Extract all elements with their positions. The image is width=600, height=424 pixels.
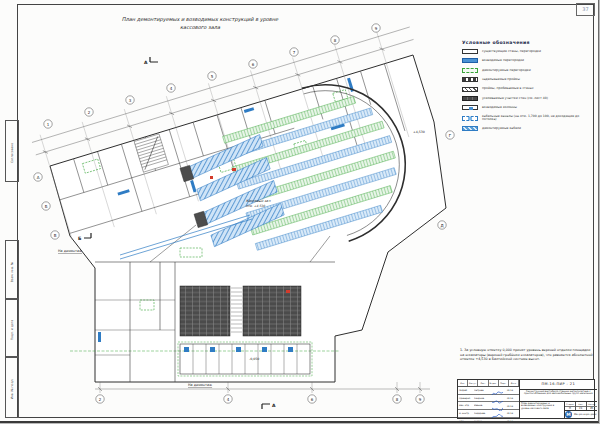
legend: Условные обозначения существующие стены,… [462,40,594,136]
signature-row: ГИП Козлов 05.16 [458,418,519,423]
title-block-main: ПМ-16-ПИР - 21 Реконструкция вестибюля с… [520,380,597,418]
legend-swatch-existing-walls [462,49,478,54]
signature-row: Разраб. Петрова 05.16 [458,387,519,395]
legend-swatch-infilled-openings [462,77,478,82]
page-number: 37 [582,6,588,12]
legend-swatch-demolished-partitions [462,68,478,73]
margin-box-inv: Инв. № подл. [5,356,19,418]
company-logo-icon: М [565,411,572,418]
legend-swatch-demolished-cables [462,126,478,131]
legend-swatch-punched-openings [462,87,478,92]
title-block: Изм. Кол.уч. Лист № док. Подп. Дата Разр… [457,379,595,419]
legend-item: заделываемые проёмы [462,77,594,82]
legend-item: кабельные каналы (на отм. 1,700 до 100, … [462,115,594,122]
margin-box-agreed: Согласовано [5,120,19,182]
drawing-title-line1: План демонтируемых и возводимых конструк… [70,16,330,24]
legend-item: существующие стены, перегородки [462,49,594,54]
drawing-title-line2: кассового зала [70,24,330,32]
title-block-header-row: Изм. Кол.уч. Лист № док. Подп. Дата [458,380,519,387]
page-number-box: 37 [576,3,595,16]
signature-row: Нач. отд. Иванов 05.16 [458,402,519,410]
stage-sheet-table: Стадия П Лист 21 Листов 45 [565,402,597,412]
sheet-title: План демонтируемых и возводимых конструк… [520,402,565,419]
title-block-signatures: Изм. Кол.уч. Лист № док. Подп. Дата Разр… [458,380,520,418]
legend-swatch-cable-channels [462,116,478,121]
signature-row: Н. контр. Сидорова 05.16 [458,410,519,418]
legend-item: усиливаемые участки стен (см. лист 40) [462,96,594,101]
drawing-sheet: 1 2 3 4 5 6 7 8 9 А Б В Г Д 2 4 6 8 9 [0,0,599,423]
drawing-title: План демонтируемых и возводимых конструк… [70,16,330,31]
legend-swatch-new-partitions [462,58,478,63]
company-cell: М Метрогипротранс [565,411,597,418]
document-number: ПМ-16-ПИР - 21 [520,380,597,390]
legend-item: демонтируемые перегородки [462,68,594,73]
legend-item: возводимые колонны [462,105,594,110]
signature-icon [491,422,504,423]
object-name: Реконструкция вестибюля станции метропол… [520,390,597,402]
legend-item: проёмы, пробиваемые в стенах [462,87,594,92]
notes: 1. За условную отметку 0,000 принят уров… [460,348,593,362]
legend-swatch-new-columns [462,105,478,110]
margin-box-podp: Подп. и дата [5,298,19,358]
legend-item: демонтируемые кабели [462,126,594,131]
signature-row: Проверил Смирнов 05.16 [458,395,519,403]
legend-item: возводимые перегородки [462,58,594,63]
company-name: Метрогипротранс [574,413,597,416]
margin-box-vzam: Взам. инв. № [5,240,19,300]
legend-title: Условные обозначения [462,40,594,45]
legend-swatch-reinforced-walls [462,96,478,101]
